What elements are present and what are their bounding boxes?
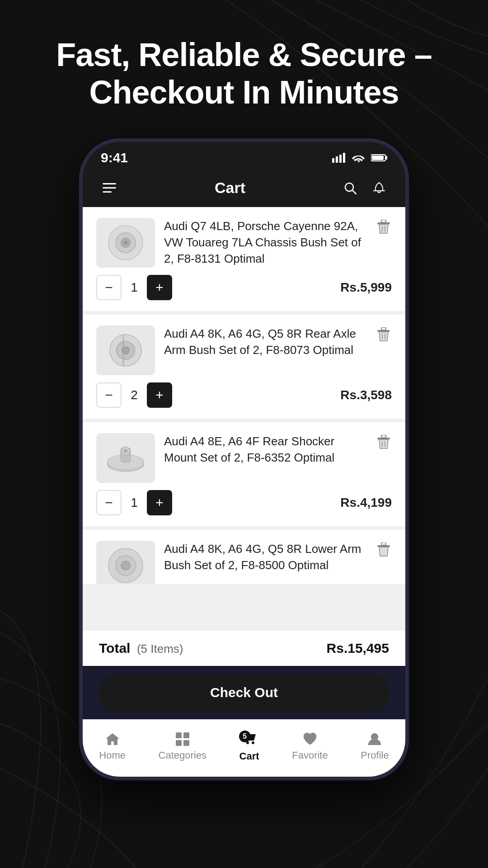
svg-rect-19 <box>381 220 386 222</box>
increase-qty-button[interactable]: + <box>147 275 172 300</box>
hero-headline: Fast, Reliable & Secure – Checkout In Mi… <box>0 0 488 138</box>
phone-mockup: 9:41 <box>79 138 409 780</box>
notifications-button[interactable] <box>369 178 389 198</box>
product-image <box>96 326 155 375</box>
nav-label-categories: Categories <box>159 750 206 761</box>
quantity-control: − 2 + <box>96 382 172 408</box>
quantity-value: 1 <box>122 280 147 295</box>
nav-item-categories[interactable]: Categories <box>148 728 217 765</box>
svg-rect-2 <box>336 156 338 163</box>
trash-icon <box>377 327 390 342</box>
svg-rect-1 <box>332 158 334 163</box>
product-info: Audi A4 8K, A6 4G, Q5 8R Lower Arm Bush … <box>164 541 366 574</box>
svg-rect-10 <box>103 191 112 193</box>
cart-items-list: Audi Q7 4LB, Porsche Cayenne 92A, VW Tou… <box>83 207 405 630</box>
product-title: Audi A4 8K, A6 4G, Q5 8R Rear Axle Arm B… <box>164 327 356 357</box>
search-button[interactable] <box>340 178 360 198</box>
svg-rect-9 <box>103 187 116 189</box>
menu-button[interactable] <box>99 179 120 197</box>
delete-item-button[interactable] <box>375 326 392 345</box>
wifi-icon <box>352 153 365 163</box>
cart-item-row: Audi A4 8K, A6 4G, Q5 8R Rear Axle Arm B… <box>96 326 392 375</box>
status-icons <box>332 153 387 163</box>
product-title: Audi A4 8E, A6 4F Rear Shocker Mount Set… <box>164 434 334 464</box>
product-title: Audi Q7 4LB, Porsche Cayenne 92A, VW Tou… <box>164 219 361 266</box>
profile-icon <box>367 731 382 747</box>
product-image-svg <box>105 438 146 478</box>
delete-item-button[interactable] <box>375 541 392 560</box>
total-count: (5 Items) <box>137 642 183 656</box>
delete-item-button[interactable] <box>375 433 392 453</box>
svg-rect-44 <box>176 732 182 738</box>
quantity-control: − 1 + <box>96 490 172 515</box>
nav-label-cart: Cart <box>239 750 259 762</box>
svg-rect-27 <box>381 327 386 330</box>
product-info: Audi A4 8K, A6 4G, Q5 8R Rear Axle Arm B… <box>164 326 366 359</box>
search-icon <box>344 182 357 194</box>
item-controls: − 1 + Rs.5,999 <box>96 275 392 300</box>
hamburger-icon <box>103 183 116 193</box>
svg-rect-47 <box>183 740 189 746</box>
cart-item-partial: Audi A4 8K, A6 4G, Q5 8R Lower Arm Bush … <box>83 530 405 584</box>
cart-item: Audi A4 8E, A6 4F Rear Shocker Mount Set… <box>83 422 405 526</box>
quantity-value: 2 <box>122 388 147 402</box>
trash-icon <box>377 435 390 449</box>
nav-label-home: Home <box>99 750 126 761</box>
item-price: Rs.4,199 <box>340 495 392 510</box>
delete-item-button[interactable] <box>375 218 392 237</box>
cart-item: Audi Q7 4LB, Porsche Cayenne 92A, VW Tou… <box>83 207 405 311</box>
svg-rect-36 <box>381 435 386 438</box>
total-label: Total <box>99 641 130 656</box>
trash-icon <box>377 542 390 557</box>
svg-line-12 <box>352 190 356 194</box>
increase-qty-button[interactable]: + <box>147 490 172 515</box>
svg-rect-4 <box>343 153 345 163</box>
product-title: Audi A4 8K, A6 4G, Q5 8R Lower Arm Bush … <box>164 542 361 572</box>
quantity-control: − 1 + <box>96 275 172 300</box>
total-bar: Total (5 Items) Rs.15,495 <box>83 630 405 666</box>
svg-rect-43 <box>381 542 386 545</box>
total-amount: Rs.15,495 <box>327 641 389 656</box>
svg-rect-45 <box>183 732 189 738</box>
categories-icon <box>175 731 190 747</box>
checkout-button[interactable]: Check Out <box>99 673 389 712</box>
bell-icon <box>373 182 385 194</box>
increase-qty-button[interactable]: + <box>147 382 172 408</box>
svg-point-25 <box>122 347 129 354</box>
top-nav: Cart <box>83 171 405 207</box>
home-icon <box>105 731 120 747</box>
product-image-svg <box>105 222 146 263</box>
svg-rect-8 <box>103 183 116 184</box>
product-info: Audi Q7 4LB, Porsche Cayenne 92A, VW Tou… <box>164 218 366 267</box>
heart-icon <box>302 731 318 747</box>
product-image <box>96 541 155 584</box>
cart-badge: 5 <box>239 731 251 742</box>
status-time: 9:41 <box>101 150 128 165</box>
decrease-qty-button[interactable]: − <box>96 275 122 300</box>
nav-action-icons <box>340 178 389 198</box>
cart-item-row: Audi Q7 4LB, Porsche Cayenne 92A, VW Tou… <box>96 218 392 268</box>
svg-point-17 <box>124 241 127 245</box>
item-controls: − 2 + Rs.3,598 <box>96 382 392 408</box>
nav-label-favorite: Favorite <box>292 750 328 761</box>
product-image-svg <box>105 330 146 371</box>
nav-item-home[interactable]: Home <box>88 728 136 765</box>
decrease-qty-button[interactable]: − <box>96 490 122 515</box>
nav-item-favorite[interactable]: Favorite <box>281 728 338 765</box>
nav-label-profile: Profile <box>361 750 389 761</box>
cart-item: Audi A4 8K, A6 4G, Q5 8R Rear Axle Arm B… <box>83 315 405 419</box>
cart-item-row: Audi A4 8E, A6 4F Rear Shocker Mount Set… <box>96 433 392 483</box>
nav-item-cart[interactable]: 5 Cart <box>229 727 270 766</box>
product-info: Audi A4 8E, A6 4F Rear Shocker Mount Set… <box>164 433 366 466</box>
nav-item-profile[interactable]: Profile <box>350 728 399 765</box>
bottom-nav: Home Categories 5 Cart <box>83 719 405 777</box>
svg-point-34 <box>124 449 128 453</box>
svg-rect-7 <box>372 156 384 160</box>
item-controls: − 1 + Rs.4,199 <box>96 490 392 515</box>
total-label-group: Total (5 Items) <box>99 641 183 656</box>
decrease-qty-button[interactable]: − <box>96 382 122 408</box>
page-title: Cart <box>215 179 245 197</box>
signal-icon <box>332 153 346 163</box>
svg-rect-3 <box>339 155 342 163</box>
status-bar: 9:41 <box>83 142 405 171</box>
